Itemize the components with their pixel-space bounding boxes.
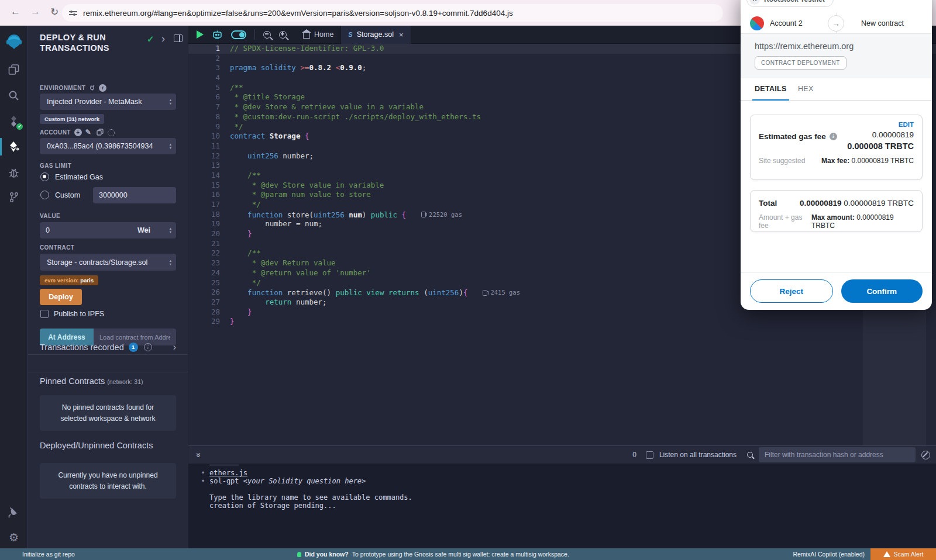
- account-avatar: [750, 16, 764, 30]
- transactions-chevron-icon[interactable]: ›: [173, 342, 176, 352]
- select-arrows-icon: ▴▾: [170, 143, 171, 150]
- value-unit-select[interactable]: Wei ▴▾: [130, 222, 176, 238]
- edit-gas-link[interactable]: EDIT: [759, 121, 914, 130]
- deploy-button[interactable]: Deploy: [40, 289, 82, 305]
- search-icon[interactable]: [0, 85, 27, 105]
- deploy-run-icon[interactable]: [0, 137, 27, 157]
- total-label: Total: [759, 199, 777, 208]
- transactions-recorded-row[interactable]: Transactions recorded 1 i ›: [40, 342, 176, 352]
- expand-terminal-icon[interactable]: »: [194, 452, 204, 457]
- zoom-in-icon[interactable]: [279, 31, 287, 39]
- terminal-controls: 0 Listen on all transactions: [632, 447, 936, 462]
- copy-account-icon[interactable]: [97, 129, 104, 136]
- close-tab-icon[interactable]: ×: [399, 30, 404, 39]
- select-arrows-icon: ▴▾: [170, 259, 171, 266]
- metamask-popup: R Rootstock Testnet Account 2 → New cont…: [741, 0, 932, 310]
- network-avatar: R: [749, 0, 760, 5]
- tab-storage-sol[interactable]: S Storage.sol ×: [340, 26, 411, 44]
- settings-icon[interactable]: ⚙: [0, 527, 27, 547]
- max-fee: Max fee: 0.00000819 TRBTC: [821, 157, 914, 165]
- git-icon[interactable]: [0, 187, 27, 207]
- terminal-filter-input[interactable]: [759, 447, 916, 462]
- environment-select[interactable]: Injected Provider - MetaMask ▴▾: [40, 94, 176, 110]
- evm-version-badge: evm version: paris: [40, 275, 98, 285]
- deployed-contracts-title: Deployed/Unpinned Contracts: [40, 441, 153, 450]
- terminal: » 0 Listen on all transactions •ethers.j…: [188, 445, 936, 548]
- listen-transactions-checkbox[interactable]: [646, 451, 653, 459]
- status-bar: Initialize as git repo Did you know? To …: [0, 548, 936, 560]
- refresh-accounts-icon[interactable]: [108, 129, 115, 136]
- forward-icon[interactable]: →: [30, 6, 40, 18]
- run-script-icon[interactable]: [197, 30, 204, 39]
- clear-console-icon[interactable]: [921, 451, 930, 459]
- file-explorer-icon[interactable]: [0, 60, 27, 79]
- url-text: remix.ethereum.org/#lang=en&optimize=fal…: [83, 9, 513, 18]
- custom-gas-radio[interactable]: [40, 191, 49, 199]
- tab-home[interactable]: Home: [296, 26, 340, 44]
- code-line[interactable]: 29}: [188, 317, 936, 327]
- popup-footer: Reject Confirm: [741, 272, 932, 310]
- account-to-row: Account 2 → New contract: [741, 13, 932, 34]
- pin-panel-icon[interactable]: [174, 34, 183, 42]
- divider: [28, 354, 188, 355]
- contract-select[interactable]: Storage - contracts/Storage.sol ▴▾: [40, 254, 176, 271]
- amount-gas-note: Amount + gas fee: [759, 213, 811, 230]
- tab-details[interactable]: DETAILS: [755, 85, 787, 93]
- terminal-message: Type the library name to see available c…: [209, 493, 930, 502]
- gas-pump-icon: [421, 212, 426, 217]
- gas-pump-icon: [483, 290, 487, 296]
- scam-alert-button[interactable]: Scam Alert: [870, 548, 936, 560]
- network-pill[interactable]: R Rootstock Testnet: [746, 0, 834, 7]
- gas-fee-label: Estimated gas fee i: [759, 132, 837, 141]
- terminal-list-item: •ethers.js: [197, 469, 930, 477]
- network-badge: Custom (31) network: [40, 114, 104, 124]
- custom-gas-input[interactable]: [93, 187, 176, 203]
- arrow-right-icon: →: [828, 15, 844, 32]
- plugin-manager-icon[interactable]: [0, 503, 27, 523]
- select-arrows-icon: ▴▾: [170, 227, 171, 234]
- confirm-button[interactable]: Confirm: [841, 279, 923, 303]
- solidity-compiler-icon[interactable]: ✓: [0, 111, 27, 131]
- transaction-count: 0: [632, 451, 636, 459]
- gas-estimate-hint: 2415 gas: [483, 288, 520, 298]
- copilot-toggle[interactable]: [231, 30, 246, 39]
- account-label: ACCOUNT + ✎: [40, 129, 115, 136]
- tab-hex[interactable]: HEX: [798, 85, 814, 93]
- add-account-icon[interactable]: +: [74, 129, 82, 136]
- site-settings-icon[interactable]: [69, 9, 77, 17]
- to-account: New contract: [861, 19, 904, 27]
- publish-ipfs-checkbox[interactable]: [40, 310, 49, 318]
- remix-ai-icon[interactable]: [212, 29, 223, 40]
- reload-icon[interactable]: ↻: [50, 6, 58, 18]
- publish-ipfs-row: Publish to IPFS: [40, 310, 104, 318]
- terminal-header: » 0 Listen on all transactions: [188, 446, 936, 464]
- gas-info-icon[interactable]: i: [830, 133, 837, 140]
- terminal-link[interactable]: ethers.js: [209, 469, 247, 477]
- account-select[interactable]: 0xA03...85ac4 (0.398673504934 ▴▾: [40, 138, 176, 154]
- remix-logo-icon[interactable]: [5, 33, 23, 50]
- transactions-info-icon[interactable]: i: [144, 343, 152, 351]
- git-init-status[interactable]: Initialize as git repo: [22, 551, 75, 558]
- zoom-out-icon[interactable]: [263, 31, 271, 39]
- total-values: 0.00000819 0.00000819 TRBTC: [800, 199, 914, 208]
- pinned-contracts-empty: No pinned contracts found for selected w…: [40, 395, 176, 431]
- environment-info-icon[interactable]: i: [99, 84, 106, 92]
- solidity-file-icon: S: [348, 31, 352, 38]
- estimated-gas-radio[interactable]: [40, 172, 49, 181]
- terminal-search-icon: [747, 452, 753, 458]
- select-arrows-icon: ▴▾: [170, 98, 171, 105]
- reject-button[interactable]: Reject: [750, 279, 833, 303]
- site-suggested-label: Site suggested: [759, 157, 805, 165]
- transactions-recorded-label: Transactions recorded: [40, 343, 124, 352]
- url-field[interactable]: remix.ethereum.org/#lang=en&optimize=fal…: [62, 4, 723, 22]
- collapse-chevron-icon[interactable]: ›: [161, 33, 165, 45]
- gas-limit-label: GAS LIMIT: [40, 163, 71, 169]
- pinned-contracts-title: Pinned Contracts (network: 31): [40, 376, 143, 386]
- value-input[interactable]: [40, 222, 130, 238]
- debugger-icon[interactable]: [0, 163, 27, 182]
- back-icon[interactable]: ←: [11, 6, 20, 18]
- terminal-output: •ethers.js•sol-gpt <your Solidity questi…: [197, 464, 930, 548]
- deploy-run-panel: DEPLOY & RUN TRANSACTIONS ✓ › ENVIRONMEN…: [28, 26, 188, 548]
- deployed-contracts-empty: Currently you have no unpinned contracts…: [40, 463, 176, 499]
- edit-account-icon[interactable]: ✎: [85, 129, 93, 136]
